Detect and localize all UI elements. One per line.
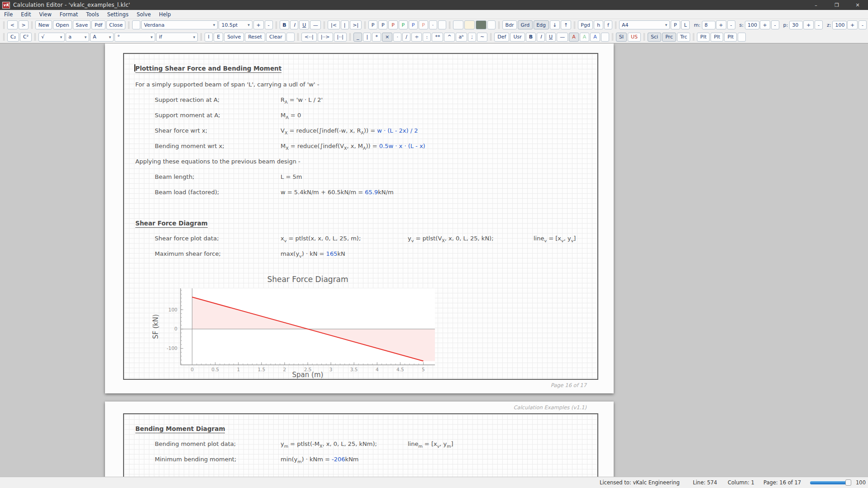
sqrt-select[interactable]: √▾ (38, 33, 65, 42)
scale-input[interactable]: 100 (745, 21, 759, 29)
plot-1-button[interactable]: Plt (697, 33, 710, 42)
portrait-button[interactable]: P (671, 20, 680, 29)
color-swatch-dark[interactable] (476, 20, 486, 29)
clear-button[interactable]: Clear (266, 33, 286, 42)
zoom-slider[interactable] (810, 481, 850, 484)
multiply-button[interactable]: × (382, 33, 392, 42)
caret-button[interactable]: ^ (444, 33, 454, 42)
user-button[interactable]: Usr (510, 33, 525, 42)
margin-input[interactable]: 8 (702, 21, 715, 29)
define-button[interactable]: Def (494, 33, 509, 42)
subscript-button[interactable]: C₂ (7, 33, 19, 42)
para-style-2-button[interactable]: P (378, 20, 387, 29)
document-area[interactable]: Plotting Shear Force and Bending Moment … (0, 43, 868, 477)
paper-size-select[interactable]: A4▾ (619, 20, 670, 29)
accent-select[interactable]: a▾ (66, 33, 89, 42)
calc-sheet-1[interactable]: Plotting Shear Force and Bending Moment … (123, 53, 598, 380)
blank-button[interactable] (286, 33, 295, 42)
color-red-button[interactable]: A (569, 33, 579, 42)
si-units-button[interactable]: SI (616, 33, 627, 42)
nav-forward-button[interactable]: > (19, 20, 29, 29)
edge-button[interactable]: Edg (534, 20, 549, 29)
blank-button[interactable] (601, 33, 609, 42)
precision-button[interactable]: Prc (662, 33, 676, 42)
font-size-select[interactable]: 10.5pt▾ (219, 20, 252, 29)
landscape-button[interactable]: L (681, 20, 690, 29)
asterisk-button[interactable]: * (372, 33, 381, 42)
menu-tools[interactable]: Tools (82, 11, 103, 18)
exponent-button[interactable]: aᵇ (456, 33, 467, 42)
menu-solve[interactable]: Solve (133, 11, 155, 18)
footer-button[interactable]: f (604, 20, 612, 29)
color-swatch-cream[interactable] (464, 20, 475, 29)
solve-button[interactable]: Solve (224, 33, 244, 42)
menu-file[interactable]: File (0, 11, 17, 18)
cursor-left-button[interactable]: <··| (301, 33, 317, 42)
close-icon[interactable]: ✕ (847, 0, 868, 10)
border-button[interactable]: Bdr (502, 20, 517, 29)
para-style-1-button[interactable]: P (368, 20, 377, 29)
power-button[interactable]: ** (432, 33, 443, 42)
us-units-button[interactable]: US (628, 33, 641, 42)
inline-button[interactable]: I (205, 33, 213, 42)
para-style-green-button[interactable]: P (399, 20, 408, 29)
math-italic-button[interactable]: I (537, 33, 545, 42)
close-button[interactable]: Close (106, 20, 125, 29)
calc-sheet-2[interactable]: Bending Moment Diagram Bending moment pl… (123, 413, 598, 477)
cursor-right-button[interactable]: |··> (318, 33, 333, 42)
pdf-button[interactable]: Pdf (91, 20, 105, 29)
superscript-button[interactable]: C² (20, 33, 32, 42)
align-left-button[interactable]: |< (328, 20, 339, 29)
para-style-blue-button[interactable]: P (409, 20, 418, 29)
margin-increase-button[interactable]: + (716, 20, 726, 29)
color-green-button[interactable]: A (580, 33, 590, 42)
margin-decrease-button[interactable]: - (727, 20, 735, 29)
move-down-button[interactable]: ↓ (550, 20, 560, 29)
italic-button[interactable]: I (290, 20, 298, 29)
menu-view[interactable]: View (35, 11, 56, 18)
plot-3-button[interactable]: Plt (724, 33, 737, 42)
bullet-button[interactable]: · (429, 20, 437, 29)
grid-button[interactable]: Grd (518, 20, 533, 29)
minimize-icon[interactable]: – (806, 0, 826, 10)
semicolon-button[interactable]: ; (468, 33, 476, 42)
font-size-increase-button[interactable]: + (253, 20, 264, 29)
scale-decrease-button[interactable]: - (771, 20, 779, 29)
colon-button[interactable]: : (423, 33, 431, 42)
para-style-red-button[interactable]: P (388, 20, 397, 29)
header-button[interactable]: h (594, 20, 603, 29)
blank-button[interactable] (738, 33, 746, 42)
menu-help[interactable]: Help (155, 11, 175, 18)
equation-button[interactable]: E (214, 33, 223, 42)
trace-button[interactable]: Trc (677, 33, 690, 42)
menu-edit[interactable]: Edit (17, 11, 35, 18)
scientific-button[interactable]: Sci (648, 33, 661, 42)
blank-button[interactable] (487, 20, 496, 29)
underline-button[interactable]: U (299, 20, 309, 29)
degree-select[interactable]: °▾ (114, 33, 155, 42)
align-right-button[interactable]: >| (350, 20, 362, 29)
slash-button[interactable]: / (402, 33, 410, 42)
scale-increase-button[interactable]: + (760, 20, 770, 29)
color-blue-button[interactable]: A (590, 33, 600, 42)
reset-button[interactable]: Reset (245, 33, 265, 42)
zoom-increase-button[interactable]: + (847, 20, 858, 29)
cursor-select-button[interactable]: |··| (334, 33, 347, 42)
align-center-button[interactable]: | (341, 20, 349, 29)
menu-settings[interactable]: Settings (103, 11, 133, 18)
blank-button[interactable] (438, 20, 446, 29)
font-size-decrease-button[interactable]: - (265, 20, 273, 29)
pipe-button[interactable]: | (363, 33, 371, 42)
zoom-decrease-button[interactable]: - (858, 20, 867, 29)
color-swatch-white[interactable] (453, 20, 463, 29)
math-bold-button[interactable]: B (526, 33, 536, 42)
tilde-button[interactable]: ~ (477, 33, 487, 42)
zoom-input[interactable]: 100 (832, 21, 847, 29)
page-decrease-button[interactable]: - (815, 20, 823, 29)
maximize-icon[interactable]: ❐ (826, 0, 847, 10)
new-button[interactable]: New (35, 20, 52, 29)
zoom-slider-handle[interactable] (845, 479, 851, 486)
underscore-button[interactable]: _ (353, 33, 362, 42)
para-style-salmon-button[interactable]: P (419, 20, 428, 29)
strikethrough-button[interactable]: — (310, 20, 321, 29)
